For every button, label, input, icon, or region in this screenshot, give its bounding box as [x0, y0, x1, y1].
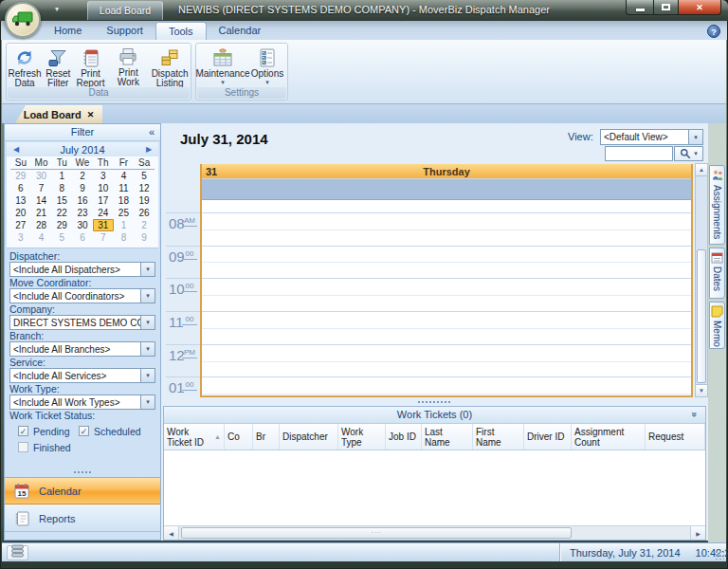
branch-select[interactable]: <Include All Branches>▾ [9, 341, 155, 357]
all-day-band[interactable] [202, 178, 691, 200]
column-header-assignment-count[interactable]: Assignment Count [572, 424, 646, 450]
minimize-button[interactable] [626, 0, 653, 15]
dropdown-arrow-icon[interactable]: ▾ [140, 395, 155, 409]
calendar-day[interactable]: 16 [72, 194, 93, 207]
schedule-hour-row[interactable] [202, 279, 691, 312]
calendar-day[interactable]: 12 [134, 182, 155, 194]
side-tab-memo[interactable]: Memo [709, 302, 725, 349]
calendar-day[interactable]: 13 [10, 194, 31, 207]
calendar-day-selected[interactable]: 31 [93, 219, 114, 231]
tab-home[interactable]: Home [42, 21, 94, 40]
options-button[interactable]: Options▾ [248, 45, 286, 89]
service-select[interactable]: <Include All Services>▾ [9, 368, 155, 383]
previous-month-icon[interactable]: ◀ [7, 145, 26, 154]
calendar-day[interactable]: 2 [72, 170, 93, 182]
pending-checkbox[interactable]: ✓Pending [18, 423, 79, 439]
close-tab-icon[interactable]: ✕ [87, 110, 95, 119]
calendar-day[interactable]: 29 [10, 170, 31, 182]
calendar-day[interactable]: 15 [51, 194, 72, 207]
calendar-day[interactable]: 5 [51, 231, 72, 244]
schedule-hour-row[interactable] [202, 213, 691, 247]
database-status-button[interactable] [7, 545, 28, 560]
calendar-day[interactable]: 8 [114, 231, 135, 244]
search-button[interactable]: ▾ [674, 146, 703, 161]
column-header-first-name[interactable]: First Name [473, 424, 524, 450]
calendar-day[interactable]: 24 [93, 207, 114, 219]
column-header-work-ticket-id[interactable]: Work Ticket ID▲ [164, 424, 225, 450]
column-header-br[interactable]: Br [253, 424, 280, 450]
maximize-button[interactable] [653, 0, 679, 15]
calendar-day[interactable]: 14 [31, 194, 52, 207]
calendar-day[interactable]: 9 [72, 182, 93, 194]
dispatch-listing-button[interactable]: Dispatch Listing [150, 45, 190, 89]
calendar-day[interactable]: 6 [10, 182, 31, 194]
tab-support[interactable]: Support [94, 21, 155, 40]
calendar-day[interactable]: 6 [72, 231, 93, 244]
close-button[interactable]: ✕ [679, 0, 721, 15]
calendar-day[interactable]: 10 [93, 182, 114, 194]
calendar-day[interactable]: 5 [134, 170, 155, 182]
calendar-day[interactable]: 30 [31, 170, 52, 182]
nav-calendar[interactable]: 15Calendar [5, 477, 160, 505]
scroll-left-icon[interactable]: ◀ [164, 526, 179, 540]
calendar-day[interactable]: 18 [114, 194, 135, 207]
calendar-day[interactable]: 28 [31, 219, 52, 231]
calendar-day[interactable]: 20 [10, 207, 31, 219]
schedule-vertical-scrollbar[interactable]: ▲ ▼ [695, 163, 708, 397]
document-tab-load-board[interactable]: Load Board ✕ [15, 105, 102, 123]
dropdown-arrow-icon[interactable]: ▾ [688, 130, 702, 144]
reset-filter-button[interactable]: Reset Filter [42, 45, 74, 89]
schedule-hour-row[interactable] [202, 247, 691, 280]
dropdown-arrow-icon[interactable]: ▾ [140, 263, 155, 276]
calendar-day[interactable]: 1 [51, 170, 72, 182]
column-header-driver-id[interactable]: Driver ID [524, 424, 572, 450]
print-report-button[interactable]: Print Report [74, 45, 106, 89]
refresh-data-button[interactable]: Refresh Data [8, 45, 42, 89]
tickets-horizontal-scrollbar[interactable]: ◀ ··· ▶ [164, 525, 705, 540]
company-select[interactable]: DIRECT SYSTEMS DEMO COMPANY▾ [9, 315, 155, 330]
schedule-tickets-splitter[interactable] [161, 399, 706, 405]
help-button[interactable]: ? [707, 25, 720, 38]
column-header-work-type[interactable]: Work Type [338, 424, 386, 450]
dropdown-arrow-icon[interactable]: ▾ [140, 342, 155, 356]
calendar-day[interactable]: 22 [51, 207, 72, 219]
next-month-icon[interactable]: ▶ [139, 145, 158, 154]
column-header-job-id[interactable]: Job ID [386, 424, 422, 450]
tab-calendar[interactable]: Calendar [207, 21, 274, 40]
calendar-day[interactable]: 19 [134, 194, 155, 207]
schedule-hour-row[interactable] [202, 377, 691, 395]
calendar-day[interactable]: 7 [93, 231, 114, 244]
calendar-day[interactable]: 4 [31, 231, 52, 244]
dispatcher-select[interactable]: <Include All Dispatchers>▾ [9, 262, 155, 277]
column-header-dispatcher[interactable]: Dispatcher [280, 424, 338, 450]
scroll-right-icon[interactable]: ▶ [690, 526, 705, 540]
calendar-day[interactable]: 29 [51, 219, 72, 231]
tab-tools[interactable]: Tools [155, 22, 207, 40]
scrollbar-thumb[interactable]: ··· [181, 527, 572, 539]
quick-access-caret-icon[interactable]: ▾ [55, 5, 59, 13]
calendar-day[interactable]: 9 [134, 231, 155, 244]
dropdown-arrow-icon[interactable]: ▾ [140, 289, 155, 303]
day-header[interactable]: 31 Thursday [202, 164, 691, 178]
filter-panel-header[interactable]: Filter « [5, 124, 160, 141]
nav-reports[interactable]: Reports [5, 505, 160, 532]
sidebar-splitter[interactable] [5, 469, 160, 475]
finished-checkbox[interactable]: Finished [18, 439, 79, 455]
column-header-request[interactable]: Request [646, 424, 705, 450]
collapse-panel-icon[interactable]: « [149, 124, 155, 140]
collapse-panel-down-icon[interactable]: » [689, 412, 699, 417]
side-tab-assignments[interactable]: Assignments [709, 165, 725, 245]
scroll-down-icon[interactable]: ▼ [696, 384, 707, 396]
calendar-day[interactable]: 8 [51, 182, 72, 194]
resize-grip[interactable] [714, 549, 724, 560]
calendar-day[interactable]: 30 [72, 219, 93, 231]
move-coordinator-select[interactable]: <Include All Coordinators>▾ [9, 288, 155, 303]
dropdown-arrow-icon[interactable]: ▾ [140, 316, 155, 329]
calendar-day[interactable]: 25 [114, 207, 135, 219]
calendar-day[interactable]: 23 [72, 207, 93, 219]
calendar-day[interactable]: 1 [114, 219, 135, 231]
calendar-day[interactable]: 2 [134, 219, 155, 231]
work-type-select[interactable]: <Include All Work Types>▾ [9, 395, 155, 410]
print-work-tickets-button[interactable]: Print Work Tickets [107, 45, 151, 89]
side-tab-dates[interactable]: Dates [709, 248, 725, 299]
